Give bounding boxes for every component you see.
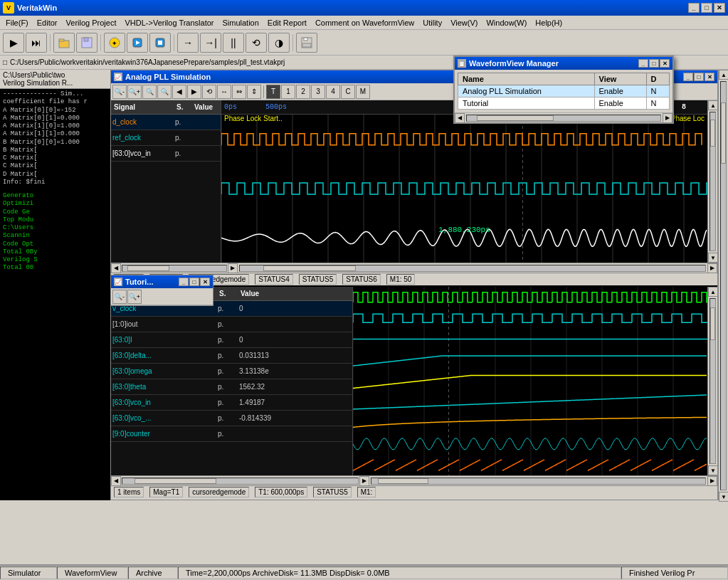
main-vscroll-up[interactable]: ▲ <box>708 287 718 297</box>
half-circle-button[interactable]: ◑ <box>268 33 290 53</box>
signal-row-counter[interactable]: [9:0]counter p. <box>111 426 352 442</box>
zoom-out-btn[interactable]: 🔍- <box>112 85 127 99</box>
analog-pll-minimize[interactable]: _ <box>683 73 693 81</box>
vscroll-up[interactable]: ▲ <box>708 100 718 110</box>
menu-editor[interactable]: Editor <box>33 17 62 28</box>
save2-button[interactable] <box>296 33 317 53</box>
time-t-btn[interactable]: T <box>266 85 280 99</box>
tutorial-zoom-in[interactable]: 🔍+ <box>127 290 142 304</box>
hscroll-right-1[interactable]: ▶ <box>228 263 238 273</box>
zoom-in-btn[interactable]: 🔍+ <box>127 85 142 99</box>
time-2-btn[interactable]: 2 <box>296 85 310 99</box>
time-c-btn[interactable]: C <box>341 85 355 99</box>
analog-pll-icon: 📈 <box>114 73 122 81</box>
zoom-select-btn[interactable]: 🔍 <box>157 85 172 99</box>
manager-col-view: View <box>594 73 646 85</box>
menu-edit-report[interactable]: Edit Report <box>263 17 311 28</box>
close-button[interactable]: ✕ <box>714 3 725 13</box>
manager-close[interactable]: ✕ <box>660 59 670 68</box>
signal-row-theta[interactable]: [63:0]theta p. 1562.32 <box>111 379 352 395</box>
menu-file[interactable]: File(F) <box>1 17 33 28</box>
sval-vco-in2: 1.49187 <box>239 399 265 406</box>
analog-pll-maximize[interactable]: □ <box>694 73 704 81</box>
manager-row-analog[interactable]: Analog PLL Simulation Enable N <box>458 85 670 97</box>
menu-utility[interactable]: Utility <box>418 17 446 28</box>
menu-vhdl-translator[interactable]: VHDL->Verilog Translator <box>120 17 218 28</box>
time-3-btn[interactable]: 3 <box>311 85 325 99</box>
manager-scroll-right[interactable]: ▶ <box>663 113 672 123</box>
menu-window[interactable]: Window(W) <box>482 17 531 28</box>
right-vscroll-up[interactable]: ▲ <box>719 70 728 80</box>
green-line-4: Top Modu <box>3 216 107 224</box>
prev-edge-btn[interactable]: ◀ <box>172 85 186 99</box>
run-button[interactable] <box>127 33 148 53</box>
console-line-9: C Matrix[ <box>3 162 107 170</box>
tutorial-maximize[interactable]: □ <box>189 278 199 286</box>
step-forward-button[interactable]: ⏭ <box>26 33 47 53</box>
main-hscroll-left[interactable]: ◀ <box>111 476 121 486</box>
main-right-hscroll-track[interactable] <box>371 478 706 485</box>
refresh-btn[interactable]: ⟲ <box>202 85 216 99</box>
signal-row-iout[interactable]: [1:0]iout p. <box>111 317 352 332</box>
console-label: Verilog Simulation R... <box>3 79 107 87</box>
time-1-btn[interactable]: 1 <box>281 85 295 99</box>
signal-row-vco2[interactable]: [63:0]vco_... p. -0.814339 <box>111 411 352 426</box>
green-line-10: Total 00 <box>3 264 107 272</box>
manager-scroll-left[interactable]: ◀ <box>455 113 465 123</box>
signal-row-I[interactable]: [63:0]I p. 0 <box>111 332 352 348</box>
status-waveformview: WaveformView <box>57 566 128 579</box>
main-hscroll-right-2[interactable]: ▶ <box>707 476 717 486</box>
play-button[interactable]: ▶ <box>3 33 24 53</box>
signal-row-omega[interactable]: [63:0]omega p. 3.13138e <box>111 364 352 379</box>
signal-row-d-clock[interactable]: d_clock p. <box>111 115 221 130</box>
manager-maximize[interactable]: □ <box>649 59 659 68</box>
right-hscroll-track[interactable] <box>239 265 706 272</box>
main-hscroll-right-1[interactable]: ▶ <box>359 476 369 486</box>
time-4-btn[interactable]: 4 <box>326 85 340 99</box>
zoom-fit-btn[interactable]: 🔍 <box>142 85 157 99</box>
hscroll-left[interactable]: ◀ <box>111 263 121 273</box>
right-vscroll-track[interactable] <box>720 81 727 490</box>
next-edge-btn[interactable]: ▶ <box>187 85 201 99</box>
analog-pll-close[interactable]: ✕ <box>705 73 714 81</box>
minimize-button[interactable]: _ <box>688 3 700 13</box>
maximize-button[interactable]: □ <box>701 3 712 13</box>
signal-row-vco-in2[interactable]: [63:0]vco_in p. 1.49187 <box>111 395 352 411</box>
menu-view[interactable]: View(V) <box>446 17 482 28</box>
main-scope-col: S. <box>218 290 239 297</box>
menu-comment-waveform[interactable]: Comment on WaveformView <box>311 17 418 28</box>
open-button[interactable] <box>53 33 75 53</box>
arrow-right2-button[interactable]: →| <box>200 33 221 53</box>
signal-row-ref-clock[interactable]: ref_clock p. <box>111 130 221 146</box>
compile-button[interactable]: ✦ <box>104 33 125 53</box>
fit-v-btn[interactable]: ⇔ <box>232 85 246 99</box>
signal-row-vco-in[interactable]: [63:0]vco_in p. <box>111 146 221 162</box>
manager-row-tutorial[interactable]: Tutorial Enable N <box>458 97 670 110</box>
hscroll-right-2[interactable]: ▶ <box>707 263 717 273</box>
left-hscroll-track[interactable] <box>122 265 227 272</box>
reset-button[interactable]: ⟲ <box>246 33 267 53</box>
manager-minimize[interactable]: _ <box>638 59 648 68</box>
pause-button[interactable]: || <box>223 33 244 53</box>
main-vscroll-track[interactable] <box>709 298 716 464</box>
time-m-btn[interactable]: M <box>356 85 370 99</box>
right-vscroll-down[interactable]: ▼ <box>719 492 728 502</box>
menu-verilog-project[interactable]: Verilog Project <box>62 17 121 28</box>
save-button[interactable] <box>76 33 97 53</box>
fit-auto-btn[interactable]: ⇕ <box>247 85 261 99</box>
arrow-right-button[interactable]: → <box>177 33 199 53</box>
manager-scroll-track[interactable] <box>466 115 661 122</box>
stop-button[interactable] <box>149 33 171 53</box>
console-line-sep: -------------- Sim... <box>3 90 107 98</box>
menu-help[interactable]: Help(H) <box>531 17 566 28</box>
menu-simulation[interactable]: Simulation <box>218 17 263 28</box>
tutorial-minimize[interactable]: _ <box>179 278 189 286</box>
tutorial-zoom-out[interactable]: 🔍- <box>112 290 127 304</box>
signal-row-delta[interactable]: [63:0]delta... p. 0.031313 <box>111 348 352 364</box>
fit-h-btn[interactable]: ↔ <box>217 85 231 99</box>
vscroll-down[interactable]: ▼ <box>708 253 718 263</box>
main-vscroll-down[interactable]: ▼ <box>708 465 718 475</box>
main-left-hscroll-track[interactable] <box>122 478 359 485</box>
tutorial-close[interactable]: ✕ <box>200 278 210 286</box>
vscroll-track[interactable] <box>709 112 716 251</box>
